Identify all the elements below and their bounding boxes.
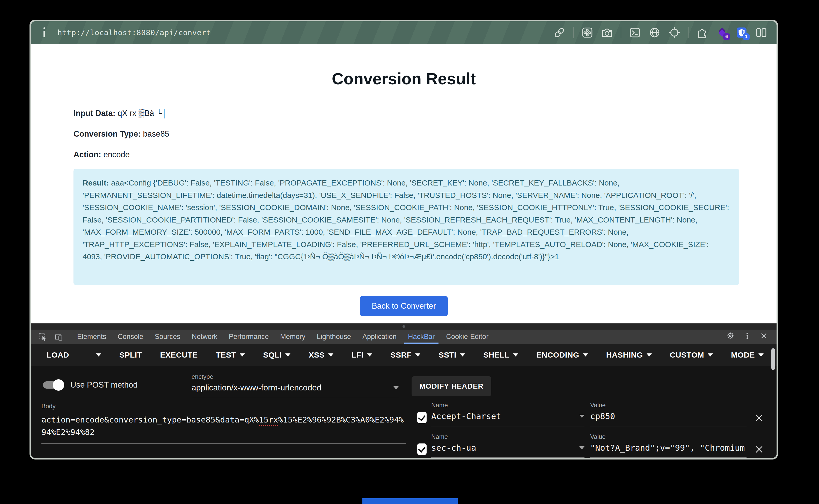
conversion-type-label: Conversion Type: bbox=[73, 129, 141, 138]
chevron-down-icon bbox=[415, 353, 421, 357]
input-data-value: qX rx ▒Bà └│ bbox=[118, 109, 167, 118]
titlebar-divider bbox=[688, 27, 689, 38]
header-value-label: Value bbox=[590, 433, 747, 440]
chevron-down-icon bbox=[513, 353, 518, 357]
remove-header-icon[interactable] bbox=[755, 413, 763, 422]
toolbar-sqli-menu[interactable]: SQLI bbox=[263, 351, 290, 359]
camera-icon[interactable] bbox=[601, 27, 613, 39]
info-icon[interactable] bbox=[42, 27, 46, 38]
tabbar-divider bbox=[69, 333, 69, 341]
header-value-label: Value bbox=[590, 402, 747, 409]
toolbar-ssti-menu[interactable]: SSTI bbox=[439, 351, 465, 359]
result-label: Result: bbox=[83, 179, 109, 187]
close-devtools-icon[interactable] bbox=[760, 332, 768, 342]
header-name-label: Name bbox=[431, 402, 585, 409]
devtools-tab-bar: Elements Console Sources Network Perform… bbox=[31, 330, 777, 344]
toolbar-mode-menu[interactable]: MODE bbox=[731, 351, 764, 359]
page-title: Conversion Result bbox=[31, 69, 777, 88]
tab-performance[interactable]: Performance bbox=[223, 330, 275, 344]
chevron-down-icon bbox=[240, 353, 245, 357]
inspect-element-icon[interactable] bbox=[35, 330, 51, 344]
header-enabled-checkbox[interactable] bbox=[417, 443, 427, 455]
hackbar-form: Use POST method enctype application/x-ww… bbox=[31, 366, 777, 458]
shield-extension-icon[interactable]: 1 bbox=[736, 27, 748, 39]
tab-elements[interactable]: Elements bbox=[71, 330, 112, 344]
terminal-icon[interactable] bbox=[629, 27, 641, 39]
remove-header-icon[interactable] bbox=[755, 445, 763, 453]
toolbar-ssrf-menu[interactable]: SSRF bbox=[390, 351, 421, 359]
header-name-select[interactable]: sec-ch-ua bbox=[431, 443, 585, 458]
link-icon[interactable] bbox=[554, 27, 565, 39]
tab-sources[interactable]: Sources bbox=[149, 330, 186, 344]
url-text[interactable]: http://localhost:8080/api/convert bbox=[57, 28, 211, 37]
chevron-down-icon bbox=[647, 353, 652, 357]
back-to-converter-button[interactable]: Back to Converter bbox=[360, 296, 448, 316]
more-options-icon[interactable] bbox=[746, 331, 749, 342]
toolbar-load-button[interactable]: LOAD bbox=[47, 351, 69, 359]
enctype-label: enctype bbox=[191, 373, 398, 380]
tab-hackbar[interactable]: HackBar bbox=[402, 330, 441, 344]
device-toolbar-icon[interactable] bbox=[51, 330, 67, 344]
titlebar-divider bbox=[621, 27, 621, 38]
chevron-down-icon bbox=[708, 353, 713, 357]
input-data-row: Input Data: qX rx ▒Bà └│ bbox=[73, 109, 167, 118]
action-row: Action: encode bbox=[73, 150, 130, 159]
chevron-down-icon bbox=[758, 353, 764, 357]
result-box: Result: aaa<Config {'DEBUG': False, 'TES… bbox=[73, 169, 739, 285]
header-name-select[interactable]: Accept-Charset bbox=[431, 411, 585, 426]
enctype-select[interactable]: enctype application/x-www-form-urlencode… bbox=[191, 373, 398, 397]
tab-network[interactable]: Network bbox=[186, 330, 223, 344]
toolbar-lfi-menu[interactable]: LFI bbox=[351, 351, 372, 359]
chevron-down-icon bbox=[579, 415, 585, 418]
crosshair-icon[interactable] bbox=[668, 27, 680, 39]
extension-badge: 6 bbox=[723, 33, 730, 40]
use-post-label: Use POST method bbox=[70, 379, 138, 391]
page-content: Conversion Result Input Data: qX rx ▒Bà … bbox=[31, 44, 777, 323]
toolbar-shell-menu[interactable]: SHELL bbox=[483, 351, 518, 359]
tab-memory[interactable]: Memory bbox=[274, 330, 311, 344]
tab-lighthouse[interactable]: Lighthouse bbox=[311, 330, 357, 344]
screenshot-flower-icon[interactable] bbox=[581, 27, 593, 39]
devtools-scrollbar-thumb[interactable] bbox=[771, 348, 775, 370]
body-label: Body bbox=[41, 403, 406, 410]
body-input[interactable]: action=encode&conversion_type=base85&dat… bbox=[41, 413, 406, 444]
toolbar-encoding-menu[interactable]: ENCODING bbox=[536, 351, 588, 359]
chevron-down-icon bbox=[583, 353, 588, 357]
modify-header-button[interactable]: MODIFY HEADER bbox=[412, 376, 491, 396]
toolbar-test-menu[interactable]: TEST bbox=[216, 351, 245, 359]
split-view-icon[interactable] bbox=[755, 27, 767, 39]
resize-grip-dot bbox=[402, 325, 405, 328]
toolbar-custom-menu[interactable]: CUSTOM bbox=[670, 351, 713, 359]
input-data-label: Input Data: bbox=[73, 109, 115, 118]
toolbar-execute-button[interactable]: EXECUTE bbox=[160, 351, 198, 359]
toolbar-xss-menu[interactable]: XSS bbox=[308, 351, 333, 359]
toolbar-load-dropdown[interactable] bbox=[96, 353, 101, 357]
action-label: Action: bbox=[73, 150, 101, 159]
browser-window: http://localhost:8080/api/convert 6 1 bbox=[29, 20, 778, 459]
chevron-down-icon bbox=[460, 353, 465, 357]
devtools-panel: Elements Console Sources Network Perform… bbox=[31, 323, 777, 458]
tab-console[interactable]: Console bbox=[112, 330, 149, 344]
chevron-down-icon bbox=[328, 353, 333, 357]
extension-badge: 1 bbox=[743, 33, 750, 40]
extensions-puzzle-icon[interactable] bbox=[696, 27, 708, 39]
settings-gear-icon[interactable] bbox=[726, 331, 735, 342]
toolbar-split-button[interactable]: SPLIT bbox=[119, 351, 142, 359]
chevron-down-icon bbox=[367, 353, 372, 357]
toolbar-hashing-menu[interactable]: HASHING bbox=[606, 351, 652, 359]
purple-extension-icon[interactable]: 6 bbox=[716, 27, 728, 39]
hackbar-toolbar: LOAD SPLIT EXECUTE TEST SQLI XSS LFI SSR… bbox=[31, 344, 777, 366]
enctype-value: application/x-www-form-urlencoded bbox=[191, 383, 321, 392]
devtools-resize-handle[interactable] bbox=[31, 323, 777, 330]
globe-icon[interactable] bbox=[649, 27, 661, 39]
result-text: aaa<Config {'DEBUG': False, 'TESTING': F… bbox=[83, 179, 729, 261]
tab-application[interactable]: Application bbox=[357, 330, 402, 344]
tab-cookie-editor[interactable]: Cookie-Editor bbox=[441, 330, 495, 344]
conversion-type-value: base85 bbox=[143, 129, 169, 138]
use-post-toggle[interactable] bbox=[41, 379, 64, 391]
header-enabled-checkbox[interactable] bbox=[417, 412, 427, 423]
header-value-input[interactable]: cp850 bbox=[590, 411, 747, 426]
header-value-input[interactable]: "Not?A_Brand";v="99", "Chromium bbox=[590, 443, 747, 458]
spellcheck-underline: 15rx bbox=[259, 415, 278, 426]
chevron-down-icon bbox=[96, 353, 101, 357]
